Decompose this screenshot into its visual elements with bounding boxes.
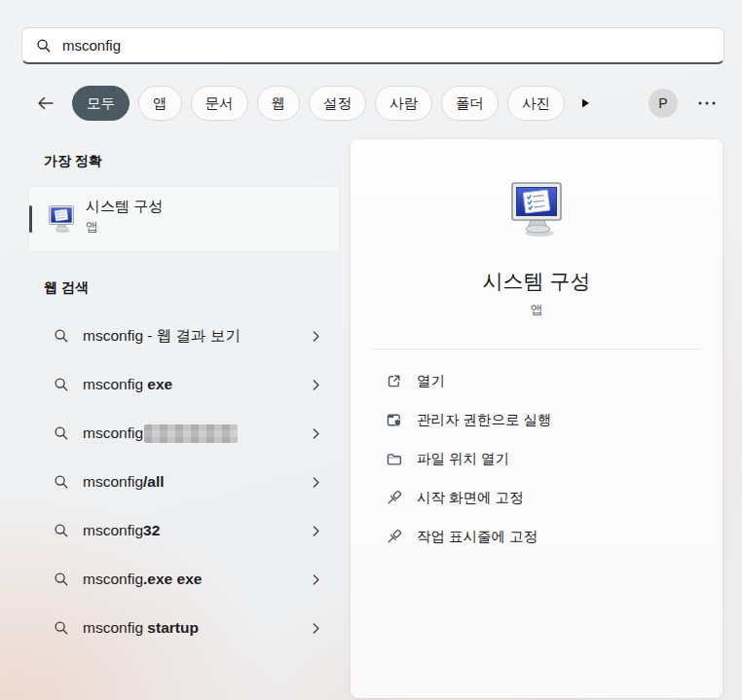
- back-button[interactable]: [29, 88, 62, 119]
- web-search-item-text: msconfig/all: [83, 473, 165, 491]
- filter-tab[interactable]: 사람: [375, 86, 432, 121]
- filter-tab[interactable]: 설정: [309, 86, 366, 121]
- web-search-item[interactable]: msconfig/all: [29, 458, 339, 506]
- web-search-item-text: msconfig: [83, 424, 238, 443]
- preview-panel: 시스템 구성 앱 열기 관리자 권한으로 실행 파일 위치 열기 시작 화면에 …: [351, 139, 723, 698]
- filter-tab[interactable]: 폴더: [441, 86, 499, 121]
- web-search-header: 웹 검색: [44, 279, 89, 297]
- chevron-right-icon: [309, 572, 323, 587]
- best-match-title: 시스템 구성: [86, 198, 163, 216]
- filter-tab[interactable]: 사진: [507, 86, 565, 121]
- web-search-item[interactable]: msconfig - 웹 결과 보기: [29, 312, 339, 360]
- msconfig-app-icon: [46, 203, 77, 235]
- best-match-item[interactable]: 시스템 구성 앱: [29, 187, 339, 251]
- preview-action[interactable]: 관리자 권한으로 실행: [351, 400, 723, 439]
- web-search-item-text: msconfig.exe exe: [83, 571, 202, 588]
- web-search-item[interactable]: msconfig.exe exe: [29, 555, 339, 604]
- search-query-text: msconfig: [62, 37, 121, 54]
- preview-action-label: 파일 위치 열기: [417, 450, 509, 468]
- web-search-item[interactable]: msconfig exe: [29, 360, 339, 409]
- web-search-item[interactable]: msconfig: [29, 409, 339, 458]
- filter-tab-label: 폴더: [456, 94, 484, 113]
- preview-action[interactable]: 시작 화면에 고정: [351, 478, 723, 517]
- filter-tab-label: 사진: [522, 94, 550, 113]
- avatar[interactable]: P: [649, 89, 678, 118]
- preview-action-label: 시작 화면에 고정: [417, 489, 524, 507]
- preview-action[interactable]: 파일 위치 열기: [351, 439, 723, 478]
- ellipsis-icon: [695, 95, 719, 111]
- filter-toolbar: 모두 앱 문서 웹 설정 사람 폴더 사진 P: [21, 86, 724, 121]
- preview-action-label: 관리자 권한으로 실행: [417, 411, 552, 429]
- search-icon: [54, 571, 69, 587]
- chevron-right-icon: [309, 524, 323, 538]
- filter-tab-label: 모두: [87, 94, 115, 113]
- preview-subtitle: 앱: [531, 302, 543, 318]
- filter-tab-label: 설정: [323, 94, 352, 113]
- preview-action-label: 작업 표시줄에 고정: [417, 528, 538, 546]
- open-icon: [386, 373, 402, 389]
- web-search-item[interactable]: msconfig startup: [29, 604, 339, 652]
- filter-tab-label: 사람: [390, 94, 418, 113]
- web-search-item-text: msconfig startup: [83, 619, 199, 637]
- chevron-right-icon: [309, 329, 323, 344]
- windows-search-flyout: msconfig 모두 앱 문서 웹 설정 사람 폴더 사진 P: [0, 0, 742, 700]
- chevron-right-icon: [309, 475, 323, 490]
- admin-shield-icon: [386, 412, 402, 428]
- folder-icon: [386, 451, 402, 467]
- filter-tab-label: 문서: [205, 94, 234, 113]
- search-icon: [54, 620, 69, 636]
- filter-tab-label: 앱: [153, 94, 167, 113]
- avatar-initial: P: [658, 95, 667, 111]
- msconfig-app-icon-large: [505, 178, 568, 240]
- web-search-item[interactable]: msconfig32: [29, 506, 339, 555]
- selection-accent-bar: [29, 205, 32, 233]
- web-search-item-text: msconfig exe: [83, 376, 172, 393]
- best-match-subtitle: 앱: [86, 219, 98, 236]
- chevron-right-icon: [309, 378, 323, 392]
- tabs-overflow-button[interactable]: [578, 96, 592, 110]
- preview-action[interactable]: 작업 표시줄에 고정: [351, 517, 723, 556]
- search-icon: [36, 38, 52, 54]
- search-input[interactable]: msconfig: [21, 27, 724, 64]
- redacted-text-block: [144, 424, 238, 443]
- filter-tab[interactable]: 앱: [138, 86, 182, 121]
- web-search-item-text: msconfig32: [83, 522, 160, 539]
- search-icon: [54, 523, 69, 538]
- pin-icon: [386, 490, 402, 506]
- pin-icon: [386, 529, 402, 545]
- preview-action-label: 열기: [417, 372, 445, 390]
- preview-action[interactable]: 열기: [351, 361, 723, 400]
- filter-tab[interactable]: 모두: [72, 86, 130, 121]
- chevron-right-icon: [309, 426, 323, 441]
- back-arrow-icon: [36, 93, 56, 113]
- web-search-list: msconfig - 웹 결과 보기 msconfig exe msconfig…: [29, 312, 339, 652]
- chevron-right-icon: [309, 621, 323, 636]
- search-icon: [54, 377, 69, 392]
- more-options-button[interactable]: [695, 95, 719, 111]
- web-search-item-text: msconfig - 웹 결과 보기: [83, 326, 241, 347]
- play-icon: [578, 96, 592, 110]
- preview-title: 시스템 구성: [483, 268, 591, 295]
- preview-actions: 열기 관리자 권한으로 실행 파일 위치 열기 시작 화면에 고정 작업 표시줄…: [351, 361, 723, 556]
- search-icon: [54, 328, 69, 344]
- filter-tabs: 모두 앱 문서 웹 설정 사람 폴더 사진: [72, 86, 565, 121]
- filter-tab[interactable]: 웹: [257, 86, 301, 121]
- search-icon: [54, 425, 69, 441]
- best-match-header: 가장 정확: [44, 153, 102, 170]
- search-icon: [54, 474, 69, 490]
- filter-tab-label: 웹: [272, 94, 286, 113]
- filter-tab[interactable]: 문서: [191, 86, 248, 121]
- divider: [371, 349, 702, 350]
